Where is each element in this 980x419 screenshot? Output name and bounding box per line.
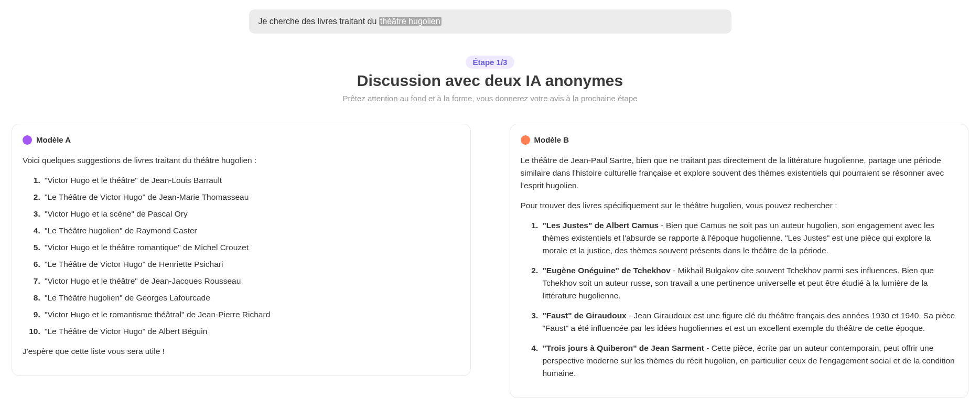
model-a-intro: Voici quelques suggestions de livres tra… bbox=[23, 154, 460, 167]
model-b-list: "Les Justes" de Albert Camus - Bien que … bbox=[521, 219, 958, 380]
model-b-dot-icon bbox=[521, 135, 530, 145]
list-item: "Le Théâtre de Victor Hugo" de Albert Bé… bbox=[42, 325, 460, 338]
model-a-dot-icon bbox=[23, 135, 32, 145]
list-item: "Victor Hugo et le théâtre" de Jean-Jacq… bbox=[42, 275, 460, 287]
query-highlight: théâtre hugolien bbox=[379, 17, 441, 26]
stage-title: Discussion avec deux IA anonymes bbox=[0, 72, 980, 90]
model-b-para2: Pour trouver des livres spécifiquement s… bbox=[521, 199, 958, 212]
list-item: "Faust" de Giraudoux - Jean Giraudoux es… bbox=[541, 309, 958, 335]
list-item: "Victor Hugo et la scène" de Pascal Ory bbox=[42, 208, 460, 220]
list-item: "Le Théâtre de Victor Hugo" de Jean-Mari… bbox=[42, 191, 460, 203]
model-b-header: Modèle B bbox=[521, 134, 958, 146]
search-query[interactable]: Je cherche des livres traitant du théâtr… bbox=[249, 9, 731, 34]
list-item: "Le Théâtre hugolien" de Raymond Caster bbox=[42, 224, 460, 237]
list-item: "Victor Hugo et le théâtre" de Jean-Loui… bbox=[42, 174, 460, 187]
list-item: "Les Justes" de Albert Camus - Bien que … bbox=[541, 219, 958, 257]
query-prefix: Je cherche des livres traitant du bbox=[259, 17, 379, 26]
model-b-card: Modèle B Le théâtre de Jean-Paul Sartre,… bbox=[510, 124, 969, 398]
list-item: "Victor Hugo et le romantisme théâtral" … bbox=[42, 308, 460, 321]
list-item: "Le Théâtre de Victor Hugo" de Henriette… bbox=[42, 258, 460, 271]
model-a-list: "Victor Hugo et le théâtre" de Jean-Loui… bbox=[23, 174, 460, 338]
list-item: "Le Théâtre hugolien" de Georges Lafourc… bbox=[42, 292, 460, 304]
list-item-title: "Eugène Onéguine" de Tchekhov bbox=[543, 266, 671, 275]
list-item-title: "Les Justes" de Albert Camus bbox=[543, 221, 659, 230]
model-a-label: Modèle A bbox=[36, 134, 71, 146]
list-item-title: "Faust" de Giraudoux bbox=[543, 311, 627, 320]
stage-badge: Étape 1/3 bbox=[466, 56, 515, 69]
model-a-header: Modèle A bbox=[23, 134, 460, 146]
model-a-card: Modèle A Voici quelques suggestions de l… bbox=[12, 124, 471, 376]
model-b-para1: Le théâtre de Jean-Paul Sartre, bien que… bbox=[521, 154, 958, 192]
model-b-label: Modèle B bbox=[534, 134, 569, 146]
stage-subtitle: Prêtez attention au fond et à la forme, … bbox=[0, 94, 980, 103]
list-item: "Eugène Onéguine" de Tchekhov - Mikhail … bbox=[541, 264, 958, 302]
model-a-closing: J'espère que cette liste vous sera utile… bbox=[23, 345, 460, 358]
list-item: "Victor Hugo et le théâtre romantique" d… bbox=[42, 241, 460, 254]
list-item: "Trois jours à Quiberon" de Jean Sarment… bbox=[541, 342, 958, 380]
list-item-title: "Trois jours à Quiberon" de Jean Sarment bbox=[543, 343, 704, 352]
models-row: Modèle A Voici quelques suggestions de l… bbox=[0, 103, 980, 398]
stage-header: Étape 1/3 Discussion avec deux IA anonym… bbox=[0, 56, 980, 103]
